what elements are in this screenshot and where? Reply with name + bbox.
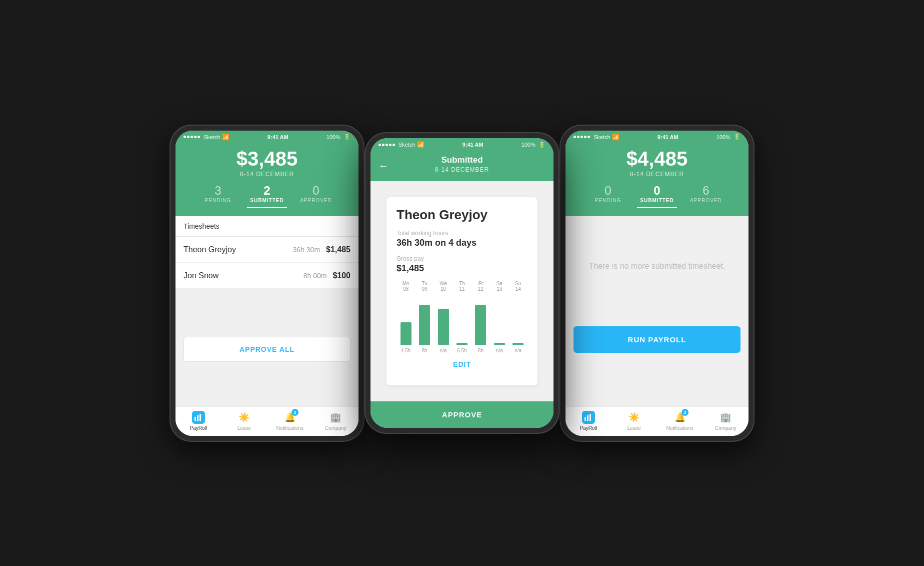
hour-label-th: 6.5h <box>454 348 470 353</box>
list-item-hours-jon: 8h 00m <box>304 272 327 280</box>
svg-rect-5 <box>587 415 588 421</box>
nav-payroll-1[interactable]: PayRoll <box>181 411 216 431</box>
nav-payroll-label-3: PayRoll <box>580 425 597 431</box>
tab-pending-label-3: PENDING <box>595 198 622 203</box>
svg-rect-0 <box>194 417 196 421</box>
time-1: 9:41 AM <box>268 134 288 140</box>
hour-label-fr: 8h <box>473 348 488 353</box>
tab-approved-1[interactable]: 0 APPROVED <box>296 185 336 208</box>
tab-submitted-count-3: 0 <box>654 185 660 197</box>
svg-rect-6 <box>590 414 591 421</box>
tab-approved-count-3: 6 <box>702 185 709 197</box>
payroll-icon-3 <box>582 411 595 424</box>
screen1-bottom-nav: PayRoll ☀️ Leave 🔔 3 Notifications <box>176 406 358 436</box>
list-item-name-jon: Jon Snow <box>184 271 304 280</box>
chart-hour-labels: 4.5h 8h n/a 6.5h 8h n/a n/a <box>396 348 528 353</box>
battery-2: 100% <box>522 142 536 148</box>
wifi-icon-3: 📶 <box>612 134 620 141</box>
time-3: 9:41 AM <box>658 134 678 140</box>
screen3-tabs: 0 PENDING 0 SUBMITTED 6 APPROVED <box>574 185 740 208</box>
screen1-amount: $3,485 <box>184 148 350 170</box>
day-label-fr: Fr12 <box>473 281 488 292</box>
hour-label-su: n/a <box>510 348 526 353</box>
list-item-amount-theon: $1,485 <box>326 245 350 254</box>
list-item-amount-jon: $100 <box>332 271 350 280</box>
nav-company-label-3: Company <box>715 425 736 431</box>
nav-notifications-1[interactable]: 🔔 3 Notifications <box>272 411 308 431</box>
tab-submitted-count-1: 2 <box>264 185 270 197</box>
nav-notifications-label-3: Notifications <box>666 425 694 431</box>
nav-notifications-label-1: Notifications <box>276 425 304 431</box>
detail-card: Theon Greyjoy Total working hours 36h 30… <box>386 197 538 385</box>
status-bar-1: Sketch 📶 9:41 AM 100% 🔋 <box>176 131 358 143</box>
day-label-su: Su14 <box>510 281 526 292</box>
run-payroll-button[interactable]: RUN PAYROLL <box>574 326 740 353</box>
nav-leave-3[interactable]: ☀️ Leave <box>616 411 652 431</box>
time-2: 9:41 AM <box>462 142 484 148</box>
list-item-jon[interactable]: Jon Snow 8h 00m $100 <box>176 263 358 289</box>
screen2-header: ← Submitted 8-14 DECEMBER <box>370 150 554 181</box>
bar-su <box>510 343 526 345</box>
hour-label-tu: 8h <box>417 348 432 353</box>
screen3-amount: $4,485 <box>574 148 740 170</box>
screen3: Sketch 📶 9:41 AM 100% 🔋 $4,485 8-14 DECE… <box>560 125 754 442</box>
tab-submitted-1[interactable]: 2 SUBMITTED <box>247 185 287 208</box>
day-label-mo: Mo08 <box>398 281 414 292</box>
screen1: Sketch 📶 9:41 AM 100% 🔋 $3,485 8-14 DECE… <box>170 125 364 442</box>
tab-approved-label-3: APPROVED <box>690 198 722 203</box>
hour-label-sa: n/a <box>492 348 507 353</box>
tab-pending-3[interactable]: 0 PENDING <box>588 185 628 208</box>
tab-submitted-3[interactable]: 0 SUBMITTED <box>637 185 677 208</box>
status-bar-3: Sketch 📶 9:41 AM 100% 🔋 <box>566 131 748 143</box>
svg-rect-3 <box>202 415 202 415</box>
chart-day-labels: Mo08 Tu09 We10 Th11 Fr12 Sa13 Su14 <box>396 281 528 292</box>
screen2-subtitle: 8-14 DECEMBER <box>378 166 546 173</box>
tab-pending-count-1: 3 <box>214 185 221 197</box>
list-item-theon[interactable]: Theon Greyjoy 36h 30m $1,485 <box>176 237 358 263</box>
screen3-header: $4,485 8-14 DECEMBER 0 PENDING 0 SUBMITT… <box>566 143 748 216</box>
nav-leave-label-1: Leave <box>238 425 251 431</box>
nav-company-1[interactable]: 🏢 Company <box>318 411 353 431</box>
bar-tu <box>417 305 432 345</box>
approve-all-button[interactable]: APPROVE ALL <box>184 337 350 362</box>
tab-pending-1[interactable]: 3 PENDING <box>198 185 238 208</box>
day-label-sa: Sa13 <box>492 281 507 292</box>
approve-button[interactable]: APPROVE <box>370 401 554 428</box>
screen2-title: Submitted <box>378 155 546 165</box>
day-label-tu: Tu09 <box>417 281 432 292</box>
empty-state-3: There is no more submitted timesheet. <box>566 216 748 316</box>
tab-pending-count-3: 0 <box>604 185 611 197</box>
working-hours-value: 36h 30m on 4 days <box>396 238 528 248</box>
leave-icon-3: ☀️ <box>628 411 640 424</box>
bar-th <box>454 343 470 345</box>
hour-label-we: n/a <box>436 348 451 353</box>
svg-rect-4 <box>584 417 586 421</box>
edit-button[interactable]: EDIT <box>396 353 528 375</box>
tab-approved-label-1: APPROVED <box>300 198 332 203</box>
nav-company-3[interactable]: 🏢 Company <box>708 411 743 431</box>
screen1-section-header: Timesheets <box>176 216 358 237</box>
wifi-icon-1: 📶 <box>222 134 230 141</box>
battery-3: 100% <box>716 134 730 140</box>
working-hours-label: Total working hours <box>396 230 528 237</box>
tab-pending-label-1: PENDING <box>205 198 232 203</box>
battery-icon-1: 🔋 <box>344 134 350 140</box>
carrier-3: Sketch <box>594 134 610 140</box>
nav-payroll-3[interactable]: PayRoll <box>571 411 606 431</box>
nav-leave-label-3: Leave <box>628 425 641 431</box>
screen3-date-range: 8-14 DECEMBER <box>574 171 740 178</box>
bar-fr <box>473 305 488 345</box>
company-icon-1: 🏢 <box>329 411 342 424</box>
screen3-bottom-nav: PayRoll ☀️ Leave 🔔 3 Notifications <box>566 406 748 436</box>
nav-leave-1[interactable]: ☀️ Leave <box>226 411 262 431</box>
carrier-2: Sketch <box>398 142 416 148</box>
chart-bars <box>396 295 528 345</box>
carrier-1: Sketch <box>204 134 220 140</box>
notifications-badge-3: 3 <box>682 409 688 416</box>
screen2: Sketch 📶 9:41 AM 100% 🔋 ← Submitted 8-14… <box>364 132 560 434</box>
tab-approved-3[interactable]: 6 APPROVED <box>686 185 726 208</box>
wifi-icon-2: 📶 <box>417 141 424 148</box>
battery-icon-3: 🔋 <box>734 134 740 140</box>
nav-notifications-3[interactable]: 🔔 3 Notifications <box>662 411 698 431</box>
tab-approved-count-1: 0 <box>312 185 319 197</box>
